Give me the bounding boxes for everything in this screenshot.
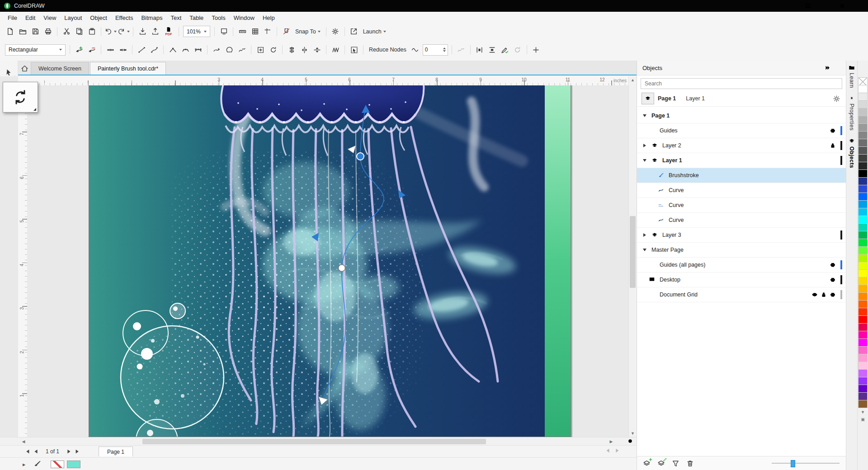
save-button[interactable] bbox=[29, 26, 41, 38]
convert-to-curve-button[interactable] bbox=[148, 44, 160, 56]
palette-swatch[interactable] bbox=[858, 216, 868, 224]
menu-bitmaps[interactable]: Bitmaps bbox=[137, 13, 166, 23]
tree-row-layer2[interactable]: Layer 2 bbox=[637, 138, 846, 153]
palette-swatch[interactable] bbox=[858, 385, 868, 393]
docker-close-button[interactable] bbox=[832, 63, 842, 73]
palette-swatch[interactable] bbox=[858, 123, 868, 132]
palette-swatch[interactable] bbox=[858, 354, 868, 362]
docker-tab-properties[interactable]: Properties bbox=[849, 95, 855, 131]
menu-object[interactable]: Object bbox=[86, 13, 111, 23]
palette-swatch[interactable] bbox=[858, 108, 868, 116]
menu-text[interactable]: Text bbox=[166, 13, 185, 23]
docker-options-button[interactable] bbox=[831, 94, 841, 103]
menu-help[interactable]: Help bbox=[259, 13, 279, 23]
new-layer-button[interactable] bbox=[642, 458, 651, 468]
menu-file[interactable]: File bbox=[4, 13, 21, 23]
paste-button[interactable] bbox=[86, 26, 98, 38]
layer-color-bar[interactable] bbox=[840, 141, 842, 150]
palette-swatch[interactable] bbox=[858, 292, 868, 301]
tree-row-brushstroke[interactable]: Brushstroke bbox=[637, 168, 846, 183]
select-all-nodes-button[interactable] bbox=[348, 44, 360, 56]
menu-table[interactable]: Table bbox=[185, 13, 208, 23]
layer-color-bar[interactable] bbox=[840, 275, 842, 284]
palette-swatch[interactable] bbox=[858, 392, 868, 400]
export-button[interactable] bbox=[149, 26, 161, 38]
minimize-button[interactable] bbox=[816, 0, 834, 12]
next-page-button[interactable] bbox=[64, 447, 73, 456]
disclosure-expanded-icon[interactable] bbox=[642, 159, 648, 162]
palette-swatch[interactable] bbox=[858, 269, 868, 277]
palette-swatch[interactable] bbox=[858, 100, 868, 108]
launch-dropdown[interactable]: Launch bbox=[360, 28, 389, 35]
tree-row-curve-2[interactable]: Curve bbox=[637, 198, 846, 213]
tree-row-guides-all[interactable]: Guides (all pages) bbox=[637, 258, 846, 273]
palette-scroll-down-icon[interactable]: ▼ bbox=[861, 410, 865, 414]
add-page-after-button[interactable] bbox=[82, 447, 91, 456]
disclosure-expanded-icon[interactable] bbox=[642, 114, 648, 117]
tree-row-layer3[interactable]: Layer 3 bbox=[637, 228, 846, 243]
scroll-left-icon[interactable]: ◀ bbox=[20, 438, 27, 445]
last-page-button[interactable] bbox=[73, 447, 82, 456]
eye-off-icon[interactable] bbox=[811, 291, 818, 298]
home-button[interactable] bbox=[19, 63, 30, 74]
curve-smoothness-spinner[interactable]: 0 bbox=[423, 44, 448, 56]
status-expander[interactable]: ▸ bbox=[23, 461, 25, 468]
tree-row-document-grid[interactable]: Document Grid bbox=[637, 287, 846, 302]
slider-track[interactable] bbox=[772, 463, 840, 464]
undo-button[interactable] bbox=[104, 26, 117, 38]
snap-to-dropdown[interactable]: Snap To bbox=[292, 28, 323, 35]
add-node-button[interactable] bbox=[73, 44, 85, 56]
tab-scroll-right-icon[interactable] bbox=[614, 447, 620, 454]
filter-button[interactable] bbox=[670, 458, 680, 468]
options-button[interactable] bbox=[330, 26, 341, 38]
maximize-button[interactable] bbox=[834, 0, 851, 12]
curve-smoothness-button[interactable] bbox=[410, 44, 421, 56]
printer-off-icon[interactable] bbox=[830, 291, 836, 298]
full-screen-preview-button[interactable] bbox=[218, 26, 230, 38]
customize-propbar-button[interactable] bbox=[530, 44, 542, 56]
menu-tools[interactable]: Tools bbox=[208, 13, 229, 23]
spinner-arrows-icon[interactable] bbox=[443, 47, 446, 52]
zoom-level-combo[interactable]: 101% bbox=[183, 26, 210, 37]
curve-node[interactable] bbox=[339, 265, 345, 272]
palette-swatch[interactable] bbox=[858, 331, 868, 339]
palette-swatch[interactable] bbox=[858, 315, 868, 324]
lock-off-icon[interactable] bbox=[821, 291, 827, 298]
fill-color-well[interactable] bbox=[67, 461, 80, 468]
palette-swatch[interactable] bbox=[858, 162, 868, 170]
undo-dropdown-icon[interactable] bbox=[114, 31, 117, 33]
apps-grid-icon[interactable] bbox=[799, 0, 816, 12]
horizontal-scrollbar[interactable]: ◀ ▶ bbox=[0, 437, 637, 446]
vertical-scroll-thumb[interactable] bbox=[630, 216, 636, 288]
show-guidelines-button[interactable] bbox=[262, 26, 274, 38]
printer-off-icon[interactable] bbox=[830, 262, 836, 268]
import-button[interactable] bbox=[137, 26, 148, 38]
tree-row-guides[interactable]: Guides bbox=[637, 123, 846, 138]
palette-swatch[interactable] bbox=[858, 377, 868, 385]
slider-thumb[interactable] bbox=[791, 460, 795, 467]
cut-button[interactable] bbox=[61, 26, 72, 38]
palette-swatch[interactable] bbox=[858, 362, 868, 370]
tree-row-layer1[interactable]: Layer 1 bbox=[637, 153, 846, 168]
drawing-viewport[interactable] bbox=[27, 85, 629, 437]
tab-scroll-left-icon[interactable] bbox=[605, 447, 611, 454]
cusp-node-button[interactable] bbox=[167, 44, 179, 56]
palette-swatch[interactable] bbox=[858, 177, 868, 185]
distribute-vertical-button[interactable] bbox=[486, 44, 498, 56]
close-curve-button[interactable] bbox=[223, 44, 235, 56]
distribute-horizontal-button[interactable] bbox=[474, 44, 486, 56]
copy-button[interactable] bbox=[73, 26, 85, 38]
tab-welcome-screen[interactable]: Welcome Screen bbox=[31, 62, 89, 75]
publish-pdf-button[interactable]: PDF bbox=[162, 26, 175, 38]
reduce-nodes-button[interactable]: Reduce Nodes bbox=[366, 47, 409, 53]
menu-effects[interactable]: Effects bbox=[111, 13, 137, 23]
palette-swatch[interactable] bbox=[858, 277, 868, 285]
docker-collapse-button[interactable] bbox=[822, 63, 832, 73]
menu-layout[interactable]: Layout bbox=[60, 13, 86, 23]
marquee-mode-combo[interactable]: Rectangular bbox=[5, 44, 66, 56]
launch-button[interactable] bbox=[348, 26, 360, 38]
palette-swatch[interactable] bbox=[858, 93, 868, 101]
reflect-horizontal-button[interactable] bbox=[298, 44, 310, 56]
palette-swatch[interactable] bbox=[858, 308, 868, 316]
tree-row-curve-1[interactable]: Curve bbox=[637, 183, 846, 198]
